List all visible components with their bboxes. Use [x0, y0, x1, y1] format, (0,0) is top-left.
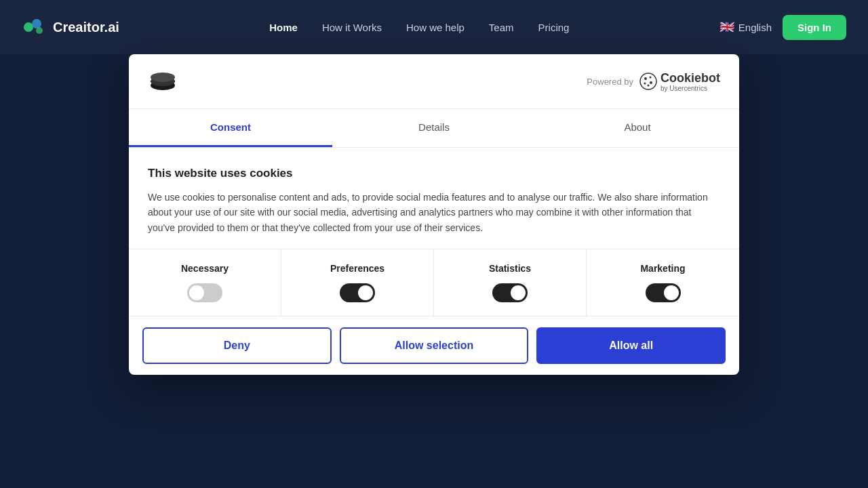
cookie-description: We use cookies to personalise content an… [148, 190, 720, 235]
cookiebot-sub: by Usercentrics [660, 85, 720, 92]
sign-in-button[interactable]: Sign In [783, 15, 846, 40]
powered-by-label: Powered by [587, 77, 633, 87]
toggle-statistics-label: Statistics [489, 263, 531, 274]
toggle-preferences-switch[interactable] [340, 283, 375, 302]
navbar: Creaitor.ai Home How it Works How we hel… [0, 0, 868, 54]
tab-about[interactable]: About [536, 109, 739, 147]
toggle-necessary-label: Necessary [181, 263, 229, 274]
tab-consent[interactable]: Consent [129, 109, 332, 147]
toggle-necessary-switch[interactable] [187, 283, 222, 302]
nav-home[interactable]: Home [269, 22, 298, 33]
logo[interactable]: Creaitor.ai [22, 15, 119, 39]
toggle-marketing-label: Marketing [640, 263, 685, 274]
cookiebot-logo: Cookiebot by Usercentrics [639, 71, 720, 92]
svg-point-10 [650, 81, 652, 84]
dialog-body: This website uses cookies We use cookies… [129, 148, 739, 249]
toggle-statistics-switch[interactable] [492, 283, 528, 302]
toggle-preferences: Preferences [281, 249, 434, 316]
language-label: English [738, 22, 772, 33]
svg-point-2 [36, 27, 43, 34]
logo-text: Creaitor.ai [53, 20, 119, 35]
svg-point-7 [644, 77, 647, 80]
svg-point-0 [24, 22, 33, 32]
nav-pricing[interactable]: Pricing [538, 22, 570, 33]
logo-icon [22, 15, 46, 39]
svg-point-1 [32, 19, 41, 28]
svg-point-11 [648, 85, 650, 87]
cookiebot-name: Cookiebot [660, 71, 720, 85]
allow-all-button[interactable]: Allow all [536, 327, 726, 364]
dialog-tabs: Consent Details About [129, 109, 739, 148]
cookie-overlay: Powered by Cookiebot [0, 54, 868, 488]
toggle-necessary: Necessary [129, 249, 281, 316]
svg-point-9 [644, 83, 646, 85]
svg-point-5 [151, 73, 175, 82]
toggle-preferences-label: Preferences [330, 263, 384, 274]
powered-by: Powered by Cookiebot [587, 71, 720, 92]
toggle-marketing: Marketing [587, 249, 739, 316]
language-button[interactable]: 🇬🇧 English [719, 20, 772, 35]
tab-details[interactable]: Details [332, 109, 536, 147]
toggle-statistics: Statistics [434, 249, 587, 316]
flag-icon: 🇬🇧 [719, 20, 734, 35]
nav-how-we-help[interactable]: How we help [406, 22, 465, 33]
cookiebot-icon [639, 72, 658, 91]
nav-team[interactable]: Team [489, 22, 514, 33]
deny-button[interactable]: Deny [142, 327, 332, 364]
dialog-buttons: Deny Allow selection Allow all [129, 317, 739, 375]
nav-links: Home How it Works How we help Team Prici… [269, 22, 569, 33]
svg-point-6 [640, 73, 656, 89]
cookie-dialog: Powered by Cookiebot [129, 54, 739, 375]
toggle-marketing-switch[interactable] [646, 283, 681, 302]
nav-right: 🇬🇧 English Sign In [719, 15, 846, 40]
cookie-title: This website uses cookies [148, 167, 720, 180]
cookie-logo-icon [148, 66, 178, 96]
toggle-section: Necessary Preferences Statistics Marketi… [129, 249, 739, 317]
allow-selection-button[interactable]: Allow selection [340, 327, 529, 364]
svg-point-8 [650, 77, 652, 79]
dialog-header: Powered by Cookiebot [129, 54, 739, 109]
nav-how-it-works[interactable]: How it Works [322, 22, 382, 33]
